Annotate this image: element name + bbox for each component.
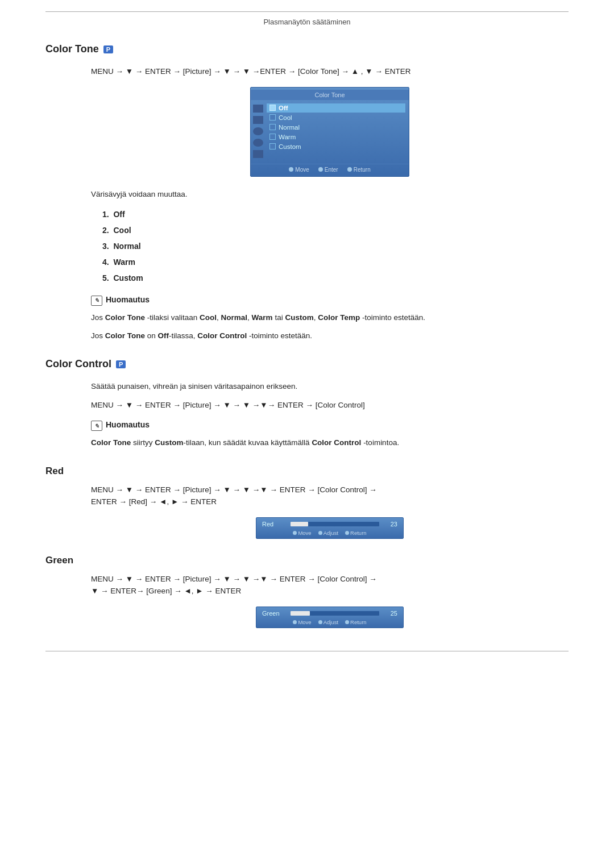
color-tone-note-box: ✎ Huomautus	[91, 295, 523, 306]
color-tone-note-text-2: Jos Color Tone on Off-tilassa, Color Con…	[91, 330, 569, 342]
color-tone-section: Color Tone P MENU → ▼ → ENTER → [Picture…	[45, 43, 569, 342]
red-slider-track[interactable]	[291, 522, 379, 526]
menu-option-normal[interactable]: Normal	[267, 123, 405, 132]
red-slider-row: Red 23	[262, 521, 397, 528]
color-control-badge: P	[116, 360, 126, 368]
green-footer-adjust-label: Adjust	[323, 619, 338, 625]
green-slider-footer: Move Adjust Return	[262, 619, 397, 625]
red-instruction-2: ENTER → [Red] → ◄, ► → ENTER	[91, 497, 217, 506]
green-footer-return: Return	[345, 619, 367, 625]
green-slider-fill	[291, 611, 310, 616]
list-item-2: 2. Cool	[102, 222, 569, 238]
menu-option-custom-label: Custom	[279, 143, 301, 150]
red-slider-box: Red 23 Move Adjust	[256, 517, 404, 539]
list-item-5-label: Custom	[113, 273, 143, 283]
red-footer-adjust-label: Adjust	[323, 530, 338, 536]
footer-return-label: Return	[354, 167, 371, 173]
green-footer-return-label: Return	[350, 619, 367, 625]
color-tone-menu-image: Color Tone	[91, 87, 569, 177]
color-control-note-label: Huomautus	[106, 420, 150, 429]
note-label: Huomautus	[106, 295, 150, 304]
green-slider-track[interactable]	[291, 611, 379, 616]
color-control-instruction-text: MENU → ▼ → ENTER → [Picture] → ▼ → ▼ →▼→…	[91, 401, 365, 409]
list-item-2-label: Cool	[113, 226, 131, 235]
red-section: Red MENU → ▼ → ENTER → [Picture] → ▼ → ▼…	[45, 466, 569, 539]
green-slider-label: Green	[262, 610, 285, 617]
color-tone-list: 1. Off 2. Cool 3. Normal 4. Warm 5. Cust…	[102, 206, 569, 286]
color-tone-instruction: MENU → ▼ → ENTER → [Picture] → ▼ → ▼ →EN…	[91, 65, 569, 78]
list-item-1: 1. Off	[102, 206, 569, 222]
footer-move-label: Move	[295, 167, 309, 173]
color-control-note-box: ✎ Huomautus	[91, 420, 523, 431]
green-slider-row: Green 25	[262, 610, 397, 617]
menu-title-text: Color Tone	[315, 92, 345, 98]
color-control-note-icon: ✎	[91, 421, 102, 431]
color-tone-title-text: Color Tone	[45, 43, 99, 55]
green-footer-move: Move	[293, 619, 311, 625]
menu-option-cool-label: Cool	[279, 114, 292, 121]
green-slider-value: 25	[385, 610, 397, 617]
green-section: Green MENU → ▼ → ENTER → [Picture] → ▼ →…	[45, 555, 569, 628]
list-item-3-label: Normal	[113, 242, 140, 251]
menu-option-off[interactable]: Off	[267, 103, 405, 113]
color-control-instruction: MENU → ▼ → ENTER → [Picture] → ▼ → ▼ →▼→…	[91, 399, 569, 412]
menu-footer-return: Return	[347, 167, 371, 173]
red-title: Red	[45, 466, 569, 477]
green-slider-box: Green 25 Move Adjust	[256, 607, 404, 628]
color-tone-note-text-1: Jos Color Tone -tilaksi valitaan Cool, N…	[91, 312, 569, 324]
list-item-1-label: Off	[113, 210, 125, 219]
color-control-section: Color Control P Säätää punaisen, vihreän…	[45, 358, 569, 449]
green-title: Green	[45, 555, 569, 566]
color-tone-menu-box: Color Tone	[250, 87, 409, 177]
green-instruction: MENU → ▼ → ENTER → [Picture] → ▼ → ▼ →▼ …	[91, 573, 569, 597]
note-icon: ✎	[91, 296, 102, 306]
color-control-title-text: Color Control	[45, 358, 111, 370]
color-tone-badge: P	[103, 45, 113, 53]
list-item-5: 5. Custom	[102, 270, 569, 286]
menu-option-warm-label: Warm	[279, 134, 296, 140]
list-item-4: 4. Warm	[102, 254, 569, 270]
footer-enter-label: Enter	[325, 167, 338, 173]
color-tone-body: Värisävyjä voidaan muuttaa.	[91, 188, 569, 201]
red-slider-image: Red 23 Move Adjust	[91, 517, 569, 539]
color-tone-body-text: Värisävyjä voidaan muuttaa.	[91, 190, 188, 198]
menu-option-normal-label: Normal	[279, 124, 300, 131]
red-instruction: MENU → ▼ → ENTER → [Picture] → ▼ → ▼ →▼ …	[91, 484, 569, 508]
red-slider-value: 23	[385, 521, 397, 528]
red-slider-label: Red	[262, 521, 285, 528]
list-item-4-label: Warm	[113, 258, 135, 267]
menu-footer: Move Enter Return	[251, 164, 409, 173]
menu-option-custom[interactable]: Custom	[267, 142, 405, 151]
page-header: Plasmanäytön säätäminen	[45, 11, 569, 26]
header-title: Plasmanäytön säätäminen	[263, 18, 350, 26]
red-slider-footer: Move Adjust Return	[262, 530, 397, 536]
green-footer-adjust: Adjust	[318, 619, 338, 625]
menu-footer-move: Move	[289, 167, 309, 173]
menu-option-warm[interactable]: Warm	[267, 132, 405, 142]
color-control-body: Säätää punaisen, vihreän ja sinisen väri…	[91, 380, 569, 393]
red-footer-return: Return	[345, 530, 367, 536]
menu-option-cool[interactable]: Cool	[267, 113, 405, 122]
green-slider-image: Green 25 Move Adjust	[91, 607, 569, 628]
page-wrapper: Plasmanäytön säätäminen Color Tone P MEN…	[0, 0, 614, 674]
color-control-title: Color Control P	[45, 358, 569, 370]
red-slider-fill	[291, 522, 308, 526]
red-footer-move: Move	[293, 530, 311, 536]
red-footer-adjust: Adjust	[318, 530, 338, 536]
red-footer-move-label: Move	[298, 530, 311, 536]
list-item-3: 3. Normal	[102, 238, 569, 254]
menu-footer-enter: Enter	[318, 167, 338, 173]
red-instruction-1: MENU → ▼ → ENTER → [Picture] → ▼ → ▼ →▼ …	[91, 485, 377, 494]
color-tone-title: Color Tone P	[45, 43, 569, 55]
color-control-note-text: Color Tone siirtyy Custom-tilaan, kun sä…	[91, 437, 569, 449]
color-tone-instruction-text: MENU → ▼ → ENTER → [Picture] → ▼ → ▼ →EN…	[91, 67, 410, 76]
bottom-border	[45, 651, 569, 651]
green-instruction-2: ▼ → ENTER→ [Green] → ◄, ► → ENTER	[91, 587, 241, 595]
menu-title-bar: Color Tone	[251, 90, 409, 100]
red-footer-return-label: Return	[350, 530, 367, 536]
color-control-body-text: Säätää punaisen, vihreän ja sinisen väri…	[91, 382, 297, 391]
green-instruction-1: MENU → ▼ → ENTER → [Picture] → ▼ → ▼ →▼ …	[91, 575, 377, 583]
green-footer-move-label: Move	[298, 619, 311, 625]
menu-option-off-label: Off	[279, 105, 288, 111]
